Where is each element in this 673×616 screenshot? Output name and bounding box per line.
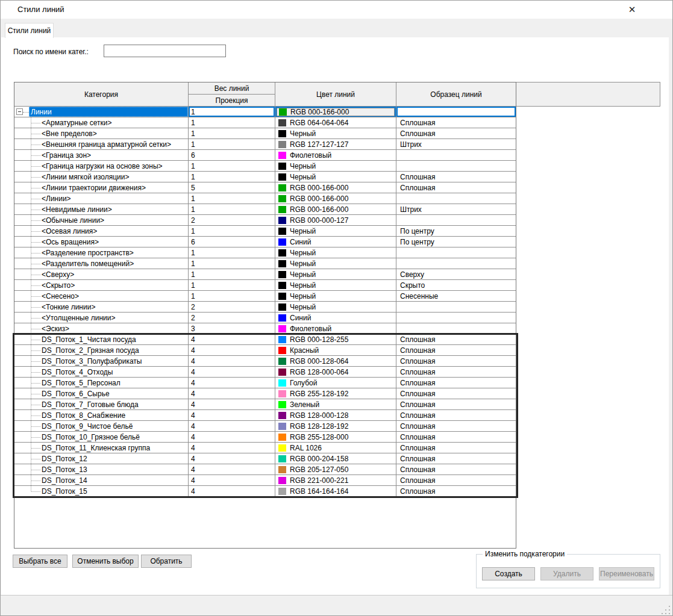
line-weight-cell[interactable]: 5 — [189, 182, 275, 193]
line-weight-cell[interactable]: 4 — [189, 345, 275, 355]
resize-grip-icon[interactable] — [662, 606, 670, 614]
line-color-cell[interactable]: Черный — [275, 247, 396, 258]
category-cell[interactable]: <Разделитель помещений> — [14, 258, 189, 269]
line-pattern-cell[interactable] — [396, 313, 516, 323]
line-pattern-cell[interactable]: Штрих — [396, 139, 516, 149]
line-weight-cell[interactable]: 1 — [189, 128, 275, 138]
line-pattern-cell[interactable] — [396, 302, 516, 312]
line-color-cell[interactable]: Фиолетовый — [275, 150, 396, 160]
category-cell[interactable]: <Линии траектории движения> — [14, 182, 189, 193]
line-pattern-cell[interactable] — [396, 193, 516, 204]
line-color-cell[interactable]: Черный — [275, 172, 396, 182]
line-color-cell[interactable]: RGB 000-166-000 — [275, 107, 396, 117]
line-pattern-cell[interactable]: Сплошная — [396, 464, 516, 474]
line-color-cell[interactable]: RGB 164-164-164 — [275, 486, 396, 496]
category-cell[interactable]: Линии — [14, 107, 189, 117]
color-picker-button[interactable]: RGB 000-166-000 — [277, 108, 395, 116]
category-cell[interactable]: DS_Поток_14 — [14, 475, 189, 485]
category-cell[interactable]: <Эскиз> — [14, 323, 189, 334]
line-weight-cell[interactable]: 2 — [189, 313, 275, 323]
select-all-button[interactable]: Выбрать все — [13, 555, 67, 568]
line-color-cell[interactable]: RGB 128-000-128 — [275, 410, 396, 420]
line-color-cell[interactable]: RGB 205-127-050 — [275, 464, 396, 474]
line-color-cell[interactable]: Красный — [275, 345, 396, 355]
line-pattern-cell[interactable]: Сплошная — [396, 486, 516, 496]
category-cell[interactable]: DS_Поток_8_Снабжение — [14, 410, 189, 420]
line-weight-cell[interactable]: 4 — [189, 453, 275, 464]
line-weight-cell[interactable]: 1 — [189, 107, 275, 117]
category-cell[interactable]: <Снесено> — [14, 291, 189, 301]
category-cell[interactable]: <Граница нагрузки на основе зоны> — [14, 161, 189, 171]
line-pattern-cell[interactable]: Сплошная — [396, 128, 516, 138]
line-color-cell[interactable]: Синий — [275, 237, 396, 247]
line-weight-cell[interactable]: 1 — [189, 193, 275, 204]
line-weight-cell[interactable]: 4 — [189, 356, 275, 366]
line-pattern-cell[interactable]: Сплошная — [396, 334, 516, 344]
line-weight-cell[interactable]: 4 — [189, 334, 275, 344]
header-line-pattern[interactable]: Образец линий — [396, 82, 516, 106]
line-weight-cell[interactable]: 3 — [189, 323, 275, 334]
line-pattern-cell[interactable]: Скрыто — [396, 280, 516, 290]
category-cell[interactable]: <Тонкие линии> — [14, 302, 189, 312]
category-cell[interactable]: <Скрыто> — [14, 280, 189, 290]
line-pattern-cell[interactable]: Сплошная — [396, 421, 516, 431]
category-cell[interactable]: DS_Поток_9_Чистое бельё — [14, 421, 189, 431]
line-weight-cell[interactable]: 1 — [189, 258, 275, 269]
search-input[interactable] — [104, 45, 226, 57]
line-weight-cell[interactable]: 4 — [189, 475, 275, 485]
line-pattern-cell[interactable]: Штрих — [396, 204, 516, 214]
line-color-cell[interactable]: RGB 255-128-192 — [275, 388, 396, 399]
line-weight-cell[interactable]: 1 — [189, 161, 275, 171]
line-color-cell[interactable]: Черный — [275, 161, 396, 171]
line-weight-cell[interactable]: 4 — [189, 443, 275, 453]
line-color-cell[interactable]: RGB 128-000-064 — [275, 367, 396, 377]
category-cell[interactable]: <Обычные линии> — [14, 215, 189, 225]
category-cell[interactable]: <Линии> — [14, 193, 189, 204]
line-color-cell[interactable]: RGB 000-128-255 — [275, 334, 396, 344]
header-category[interactable]: Категория — [14, 82, 189, 106]
line-pattern-cell[interactable]: По центру — [396, 237, 516, 247]
line-pattern-cell[interactable]: Сплошная — [396, 356, 516, 366]
line-weight-cell[interactable]: 4 — [189, 432, 275, 442]
category-cell[interactable]: DS_Поток_2_Грязная посуда — [14, 345, 189, 355]
line-weight-cell[interactable]: 1 — [189, 139, 275, 149]
category-cell[interactable]: <Граница зон> — [14, 150, 189, 160]
line-weight-cell[interactable]: 1 — [189, 172, 275, 182]
category-cell[interactable]: DS_Поток_6_Сырье — [14, 388, 189, 399]
line-weight-cell[interactable]: 1 — [189, 291, 275, 301]
line-weight-cell[interactable]: 1 — [189, 280, 275, 290]
line-color-cell[interactable]: Фиолетовый — [275, 323, 396, 334]
line-weight-cell[interactable]: 4 — [189, 421, 275, 431]
category-cell[interactable]: <Невидимые линии> — [14, 204, 189, 214]
line-weight-cell[interactable]: 4 — [189, 410, 275, 420]
category-cell[interactable]: DS_Поток_12 — [14, 453, 189, 464]
category-cell[interactable]: DS_Поток_11_Клиенская группа — [14, 443, 189, 453]
category-cell[interactable]: DS_Поток_10_Грязное бельё — [14, 432, 189, 442]
line-color-cell[interactable]: RGB 000-204-158 — [275, 453, 396, 464]
line-weight-cell[interactable]: 1 — [189, 117, 275, 128]
line-color-cell[interactable]: Голубой — [275, 378, 396, 388]
line-color-cell[interactable]: RGB 000-166-000 — [275, 182, 396, 193]
line-color-cell[interactable]: Синий — [275, 313, 396, 323]
category-cell[interactable]: <Утолщенные линии> — [14, 313, 189, 323]
line-weight-cell[interactable]: 1 — [189, 269, 275, 279]
line-pattern-cell[interactable]: Сплошная — [396, 399, 516, 409]
category-cell[interactable]: <Вне пределов> — [14, 128, 189, 138]
line-pattern-cell[interactable]: Сплошная — [396, 182, 516, 193]
category-cell[interactable]: <Внешняя граница арматурной сетки> — [14, 139, 189, 149]
category-cell[interactable]: <Сверху> — [14, 269, 189, 279]
line-weight-cell[interactable]: 4 — [189, 367, 275, 377]
line-pattern-cell[interactable]: Снесенные — [396, 291, 516, 301]
category-cell[interactable]: <Линии мягкой изоляции> — [14, 172, 189, 182]
line-weight-cell[interactable]: 4 — [189, 486, 275, 496]
line-weight-cell[interactable]: 4 — [189, 464, 275, 474]
category-cell[interactable]: <Ось вращения> — [14, 237, 189, 247]
line-weight-cell[interactable]: 1 — [189, 247, 275, 258]
tree-collapse-icon[interactable] — [16, 108, 23, 115]
category-cell[interactable]: DS_Поток_15 — [14, 486, 189, 496]
line-weight-cell[interactable]: 1 — [189, 226, 275, 236]
line-color-cell[interactable]: Черный — [275, 128, 396, 138]
line-weight-cell[interactable]: 4 — [189, 388, 275, 399]
line-color-cell[interactable]: Черный — [275, 302, 396, 312]
line-color-cell[interactable]: RGB 127-127-127 — [275, 139, 396, 149]
